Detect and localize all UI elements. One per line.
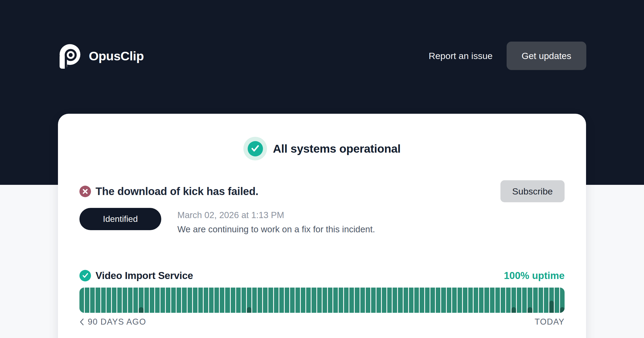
uptime-bar-day[interactable] — [501, 288, 505, 313]
incident-status-badge: Identified — [79, 208, 161, 230]
uptime-bar-day[interactable] — [79, 288, 84, 313]
uptime-bar-day[interactable] — [301, 288, 305, 313]
uptime-bar-day[interactable] — [252, 288, 257, 313]
uptime-bar-day[interactable] — [366, 288, 370, 313]
uptime-bar-day[interactable] — [420, 288, 424, 313]
uptime-bar-day[interactable] — [214, 288, 219, 313]
uptime-bar-day[interactable] — [371, 288, 376, 313]
uptime-bar-day[interactable] — [539, 288, 543, 313]
uptime-bar-day[interactable] — [376, 288, 381, 313]
uptime-bar-day[interactable] — [528, 288, 532, 313]
uptime-bar-day[interactable] — [236, 288, 241, 313]
uptime-bar-day[interactable] — [484, 288, 489, 313]
uptime-bar-day[interactable] — [355, 288, 359, 313]
uptime-bar-day[interactable] — [463, 288, 467, 313]
uptime-bar-day[interactable] — [258, 288, 262, 313]
uptime-bar-day[interactable] — [285, 288, 289, 313]
uptime-bar-day[interactable] — [166, 288, 170, 313]
uptime-bar-day[interactable] — [387, 288, 392, 313]
uptime-bar-day[interactable] — [112, 288, 116, 313]
uptime-bar-day[interactable] — [204, 288, 208, 313]
uptime-bar-day[interactable] — [555, 288, 559, 313]
uptime-bar-day[interactable] — [155, 288, 160, 313]
uptime-bar-day[interactable] — [312, 288, 316, 313]
uptime-bar-day[interactable] — [452, 288, 457, 313]
uptime-bar-day[interactable] — [107, 288, 111, 313]
uptime-bar-day[interactable] — [101, 288, 106, 313]
uptime-bars[interactable] — [79, 288, 565, 313]
uptime-bar-day[interactable] — [209, 288, 214, 313]
uptime-bar-day[interactable] — [150, 288, 154, 313]
uptime-bar-day[interactable] — [360, 288, 365, 313]
uptime-bar-day[interactable] — [430, 288, 435, 313]
uptime-bar-day[interactable] — [90, 288, 95, 313]
uptime-bar-day[interactable] — [544, 288, 548, 313]
uptime-bar-day[interactable] — [193, 288, 197, 313]
get-updates-button[interactable]: Get updates — [507, 42, 586, 70]
timeline-prev-control[interactable]: 90 DAYS AGO — [79, 317, 146, 327]
uptime-bar-day[interactable] — [436, 288, 440, 313]
uptime-bar-day[interactable] — [382, 288, 386, 313]
subscribe-button[interactable]: Subscribe — [500, 180, 565, 202]
service-section: Video Import Service 100% uptime 90 DAYS… — [79, 270, 565, 327]
uptime-bar-day[interactable] — [447, 288, 451, 313]
uptime-bar-day[interactable] — [474, 288, 478, 313]
uptime-bar-day[interactable] — [522, 288, 527, 313]
incident-marker — [549, 301, 554, 313]
uptime-bar-day[interactable] — [274, 288, 279, 313]
uptime-bar-day[interactable] — [404, 288, 408, 313]
uptime-bar-day[interactable] — [117, 288, 122, 313]
uptime-bar-day[interactable] — [441, 288, 446, 313]
uptime-bar-day[interactable] — [188, 288, 192, 313]
uptime-bar-day[interactable] — [139, 288, 143, 313]
uptime-bar-day[interactable] — [295, 288, 300, 313]
uptime-bar-day[interactable] — [349, 288, 354, 313]
uptime-bar-day[interactable] — [490, 288, 495, 313]
uptime-bar-day[interactable] — [85, 288, 89, 313]
uptime-bar-day[interactable] — [328, 288, 332, 313]
uptime-bar-day[interactable] — [290, 288, 295, 313]
uptime-bar-day[interactable] — [317, 288, 322, 313]
uptime-bar-day[interactable] — [549, 288, 554, 313]
uptime-bar-day[interactable] — [268, 288, 273, 313]
uptime-bar-day[interactable] — [247, 288, 251, 313]
uptime-bar-day[interactable] — [495, 288, 500, 313]
uptime-bar-day[interactable] — [198, 288, 203, 313]
uptime-bar-day[interactable] — [393, 288, 397, 313]
uptime-bar-day[interactable] — [182, 288, 186, 313]
uptime-bar-day[interactable] — [339, 288, 343, 313]
uptime-bar-day[interactable] — [323, 288, 327, 313]
uptime-bar-day[interactable] — [458, 288, 462, 313]
report-issue-link[interactable]: Report an issue — [429, 51, 493, 61]
uptime-bar-day[interactable] — [333, 288, 338, 313]
uptime-bar-day[interactable] — [306, 288, 311, 313]
uptime-bar-day[interactable] — [506, 288, 511, 313]
uptime-bar-day[interactable] — [263, 288, 268, 313]
uptime-bar-day[interactable] — [133, 288, 138, 313]
uptime-bar-day[interactable] — [414, 288, 419, 313]
uptime-bar-day[interactable] — [144, 288, 149, 313]
uptime-bar-day[interactable] — [171, 288, 176, 313]
uptime-bar-day[interactable] — [344, 288, 349, 313]
uptime-bar-day[interactable] — [517, 288, 521, 313]
uptime-bar-day[interactable] — [409, 288, 414, 313]
uptime-bar-day[interactable] — [560, 288, 565, 313]
uptime-bar-day[interactable] — [231, 288, 235, 313]
uptime-bar-day[interactable] — [468, 288, 473, 313]
uptime-bar-day[interactable] — [177, 288, 181, 313]
uptime-bar-day[interactable] — [533, 288, 538, 313]
uptime-bar-day[interactable] — [425, 288, 430, 313]
uptime-bar-day[interactable] — [123, 288, 127, 313]
uptime-bar-day[interactable] — [160, 288, 165, 313]
incident-section: The download of kick has failed. Subscri… — [79, 180, 565, 234]
brand[interactable]: OpusClip — [58, 43, 144, 69]
uptime-bar-day[interactable] — [241, 288, 246, 313]
uptime-bar-day[interactable] — [479, 288, 484, 313]
uptime-bar-day[interactable] — [225, 288, 230, 313]
uptime-bar-day[interactable] — [220, 288, 224, 313]
uptime-bar-day[interactable] — [398, 288, 402, 313]
uptime-bar-day[interactable] — [96, 288, 100, 313]
uptime-bar-day[interactable] — [279, 288, 284, 313]
uptime-bar-day[interactable] — [511, 288, 516, 313]
uptime-bar-day[interactable] — [128, 288, 133, 313]
